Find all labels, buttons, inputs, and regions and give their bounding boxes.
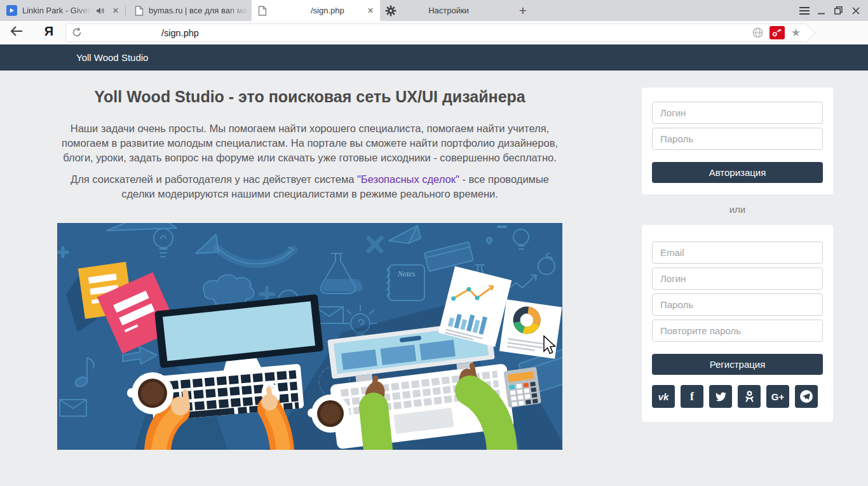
login-card: Авторизация [642, 88, 833, 194]
auth-column: Авторизация или Регистрация vk f [642, 88, 833, 422]
url-text: /sign.php [161, 28, 199, 38]
register-login-input[interactable] [652, 267, 823, 290]
close-window-icon[interactable] [847, 0, 864, 21]
register-submit-button[interactable]: Регистрация [652, 354, 823, 375]
or-divider: или [642, 204, 833, 215]
site-brand[interactable]: Yoll Wood Studio [76, 52, 148, 63]
social-twitter-button[interactable] [709, 385, 732, 408]
telegram-icon [799, 389, 813, 403]
address-bar[interactable]: /sign.php ★ [65, 24, 806, 42]
tab-active-sign-php[interactable]: /sign.php × [252, 0, 380, 21]
social-telegram-button[interactable] [795, 385, 818, 408]
back-button[interactable] [10, 25, 25, 41]
deals-text-before: Для соискателей и работодателя у нас дей… [71, 173, 357, 185]
workspace-illustration: Notes [57, 223, 562, 450]
twitter-icon [715, 392, 726, 402]
login-submit-button[interactable]: Авторизация [652, 162, 823, 183]
google-plus-icon: G+ [771, 391, 784, 402]
social-vk-button[interactable]: vk [652, 385, 675, 408]
password-protect-icon[interactable] [770, 26, 785, 39]
minimize-icon[interactable] [813, 0, 830, 21]
tab-title: bymas.ru | все для вап масте [149, 6, 249, 15]
notes-doodle-label: Notes [397, 269, 416, 278]
tab-title: Настройки [397, 6, 501, 15]
register-email-input[interactable] [652, 241, 823, 264]
close-icon[interactable]: × [365, 6, 376, 16]
register-password-input[interactable] [652, 294, 823, 316]
social-google-plus-button[interactable]: G+ [766, 385, 789, 408]
social-facebook-button[interactable]: f [681, 385, 703, 408]
restore-icon[interactable] [830, 0, 847, 21]
page-title: Yoll Wood Studio - это поисковая сеть UX… [57, 88, 562, 106]
tab-settings[interactable]: Настройки [380, 0, 505, 21]
close-icon[interactable]: × [110, 6, 121, 16]
globe-icon[interactable] [752, 27, 763, 38]
login-password-input[interactable] [652, 128, 823, 150]
social-odnoklassniki-button[interactable] [738, 385, 761, 408]
page-body: Yoll Wood Studio - это поисковая сеть UX… [0, 71, 868, 486]
facebook-icon: f [690, 390, 694, 403]
tab-title: Linkin Park - Given Up [22, 6, 91, 15]
vk-icon: vk [658, 391, 669, 402]
intro-paragraph: Наши задачи очень просты. Мы помогаем на… [57, 121, 562, 165]
bookmark-star-icon[interactable]: ★ [791, 27, 801, 38]
safe-deals-link[interactable]: "Безопасных сделок" [357, 173, 459, 185]
tab-title: /sign.php [311, 6, 344, 15]
login-username-input[interactable] [652, 102, 823, 124]
gear-icon [385, 5, 397, 17]
pie-chart-paper [499, 299, 562, 358]
play-icon [6, 5, 17, 16]
register-password-repeat-input[interactable] [652, 320, 823, 342]
page-icon [258, 6, 267, 16]
tab-media-linkin-park[interactable]: Linkin Park - Given Up × [0, 0, 125, 21]
yandex-logo-button[interactable]: Я [41, 24, 57, 39]
register-card: Регистрация vk f [642, 225, 833, 422]
tab-bymas[interactable]: bymas.ru | все для вап масте [126, 0, 252, 21]
deals-paragraph: Для соискателей и работодателя у нас дей… [57, 172, 562, 201]
calculator [503, 367, 541, 408]
speaker-icon[interactable] [96, 7, 105, 15]
site-navbar: Yoll Wood Studio [0, 44, 868, 71]
browser-toolbar: Я /sign.php [0, 21, 868, 44]
reload-icon[interactable] [72, 27, 82, 37]
menu-icon[interactable] [796, 0, 813, 21]
page-icon [135, 6, 144, 16]
tab-bar: Linkin Park - Given Up × bymas.ru | все … [0, 0, 868, 21]
social-login-row: vk f [652, 385, 823, 408]
odnoklassniki-icon [745, 391, 754, 403]
new-tab-button[interactable]: + [513, 1, 532, 20]
window-controls [796, 0, 864, 21]
browser-window: Linkin Park - Given Up × bymas.ru | все … [0, 0, 868, 486]
